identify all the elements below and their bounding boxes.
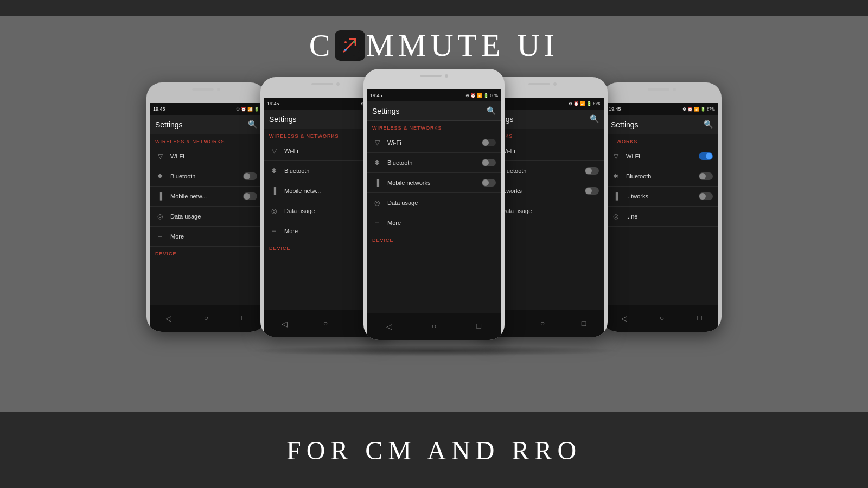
bt-item-center[interactable]: ✱ Bluetooth xyxy=(367,153,501,173)
data-item-right2[interactable]: ◎ ...ne xyxy=(605,207,718,227)
data-label-right1: Data usage xyxy=(501,208,599,214)
settings-title-left1: Settings xyxy=(269,115,297,124)
speaker-left1 xyxy=(311,83,333,85)
home-btn-left2[interactable]: ○ xyxy=(201,313,212,324)
mobile-icon-left1: ▐ xyxy=(269,186,279,196)
mobile-icon-left2: ▐ xyxy=(155,191,165,201)
back-btn-left2[interactable]: ◁ xyxy=(163,313,174,324)
recent-btn-left2[interactable]: □ xyxy=(238,313,249,324)
bt-toggle-center[interactable] xyxy=(482,159,496,166)
search-icon-left2[interactable]: 🔍 xyxy=(248,120,257,129)
bt-toggle-right1[interactable] xyxy=(585,167,599,175)
bt-toggle-left2[interactable] xyxy=(243,172,257,180)
statusbar-center: 19:45 ⚙ ⏰ 📶 🔋 66% xyxy=(367,89,501,101)
wifi-icon-left2: ▽ xyxy=(155,151,165,161)
more-icon-left2: ··· xyxy=(155,232,165,241)
screen-right2: 19:45 ⚙ ⏰ 📶 🔋 67% Settings 🔍 ...WORKS ▽ … xyxy=(605,103,718,305)
home-btn-right2[interactable]: ○ xyxy=(656,313,667,324)
data-icon-right2: ◎ xyxy=(611,211,621,221)
settings-title-right2: Settings xyxy=(611,120,639,129)
bt-label-center: Bluetooth xyxy=(387,159,476,166)
speaker-center xyxy=(420,75,442,77)
more-item-left2[interactable]: ··· More xyxy=(150,227,263,247)
bt-icon-right2: ✱ xyxy=(611,171,621,181)
time-center: 19:45 xyxy=(370,93,382,98)
home-btn-center[interactable]: ○ xyxy=(429,321,439,332)
data-item-center[interactable]: ◎ Data usage xyxy=(367,193,501,213)
mobile-toggle-center[interactable] xyxy=(482,179,496,187)
back-btn-left1[interactable]: ◁ xyxy=(279,318,290,329)
wifi-label-right1: Wi-Fi xyxy=(501,147,599,154)
bt-label-right1: Bluetooth xyxy=(501,168,579,174)
more-item-center[interactable]: ··· More xyxy=(367,213,501,233)
mobile-item-right2[interactable]: ▐ ...tworks xyxy=(605,187,718,207)
header-left2: Settings 🔍 xyxy=(150,115,263,134)
time-left1: 19:45 xyxy=(267,101,279,106)
settings-title-center: Settings xyxy=(372,107,400,115)
recent-btn-right2[interactable]: □ xyxy=(694,313,705,324)
search-icon-center[interactable]: 🔍 xyxy=(487,106,496,115)
mobile-toggle-right1[interactable] xyxy=(585,187,599,195)
home-btn-left1[interactable]: ○ xyxy=(320,318,331,329)
mobile-item-left2[interactable]: ▐ Mobile netw... xyxy=(150,187,263,207)
phone-top-left1 xyxy=(311,82,340,86)
icons-left2: ⚙ ⏰ 📶 🔋 xyxy=(236,107,259,112)
back-btn-center[interactable]: ◁ xyxy=(384,321,394,332)
mobile-label-left1: Mobile netw... xyxy=(284,188,362,194)
phone-top-center xyxy=(420,74,448,78)
bt-label-right2: Bluetooth xyxy=(626,173,693,179)
data-label-left2: Data usage xyxy=(170,213,257,220)
data-icon-center: ◎ xyxy=(372,198,382,208)
phone-top-right1 xyxy=(528,82,557,86)
bottom-subtitle: FOR CM AND RRO xyxy=(286,435,582,465)
data-icon-left1: ◎ xyxy=(269,206,279,216)
speaker-left2 xyxy=(192,88,214,91)
main-area: C MMUTE UI 1 xyxy=(0,16,868,412)
phones-container: 19:45 ⚙ ⏰ 📶 🔋 Settings 🔍 WIRELESS & NETW… xyxy=(217,69,651,351)
data-item-left2[interactable]: ◎ Data usage xyxy=(150,207,263,227)
wifi-toggle-center[interactable] xyxy=(482,139,496,146)
phones-shadow xyxy=(244,345,624,356)
search-icon-right2[interactable]: 🔍 xyxy=(704,120,713,129)
screen-center: 19:45 ⚙ ⏰ 📶 🔋 66% Settings 🔍 WIRELESS & … xyxy=(367,89,501,313)
bt-item-right2[interactable]: ✱ Bluetooth xyxy=(605,166,718,187)
mobile-toggle-left2[interactable] xyxy=(243,192,257,200)
bt-item-left2[interactable]: ✱ Bluetooth xyxy=(150,166,263,187)
more-label-center: More xyxy=(387,220,496,226)
search-icon-right1[interactable]: 🔍 xyxy=(590,114,599,124)
icons-center: ⚙ ⏰ 📶 🔋 66% xyxy=(465,93,498,98)
data-label-center: Data usage xyxy=(387,200,496,206)
wifi-item-left2[interactable]: ▽ Wi-Fi xyxy=(150,146,263,166)
wifi-item-center[interactable]: ▽ Wi-Fi xyxy=(367,133,501,153)
bt-label-left2: Bluetooth xyxy=(170,173,238,179)
recent-btn-center[interactable]: □ xyxy=(474,321,484,332)
phone-left2: 19:45 ⚙ ⏰ 📶 🔋 Settings 🔍 WIRELESS & NETW… xyxy=(146,82,266,332)
camera-center xyxy=(445,74,448,78)
bt-toggle-right2[interactable] xyxy=(699,172,713,180)
section-wireless-left2: WIRELESS & NETWORKS xyxy=(150,134,263,146)
wifi-toggle-right2[interactable] xyxy=(699,152,713,160)
back-btn-right2[interactable]: ◁ xyxy=(619,313,630,324)
statusbar-left2: 19:45 ⚙ ⏰ 📶 🔋 xyxy=(150,103,263,115)
bt-icon-left2: ✱ xyxy=(155,171,165,181)
mobile-toggle-right2[interactable] xyxy=(699,192,713,200)
nav-center: ◁ ○ □ xyxy=(367,313,501,340)
wifi-label-left2: Wi-Fi xyxy=(170,153,257,159)
wifi-item-right2[interactable]: ▽ Wi-Fi xyxy=(605,146,718,166)
speaker-right1 xyxy=(528,83,550,85)
home-btn-right1[interactable]: ○ xyxy=(537,318,548,329)
phone-right2: 19:45 ⚙ ⏰ 📶 🔋 67% Settings 🔍 ...WORKS ▽ … xyxy=(602,82,722,332)
app-title: C MMUTE UI xyxy=(309,27,559,63)
wifi-icon-right2: ▽ xyxy=(611,151,621,161)
mobile-label-center: Mobile networks xyxy=(387,179,476,186)
title-icon xyxy=(335,30,365,61)
section-wireless-right2: ...WORKS xyxy=(605,134,718,146)
camera-right2 xyxy=(673,88,676,91)
header-right2: Settings 🔍 xyxy=(605,115,718,134)
top-bar xyxy=(0,0,868,16)
settings-title-left2: Settings xyxy=(155,120,183,129)
svg-point-4 xyxy=(344,41,347,43)
header-center: Settings 🔍 xyxy=(367,101,501,121)
recent-btn-right1[interactable]: □ xyxy=(578,318,589,329)
mobile-item-center[interactable]: ▐ Mobile networks xyxy=(367,173,501,193)
